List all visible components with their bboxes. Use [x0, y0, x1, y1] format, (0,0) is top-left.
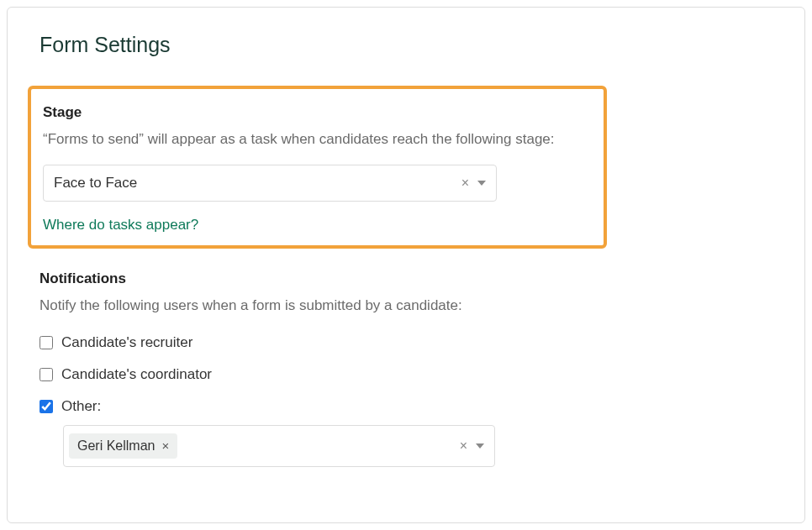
page-title: Form Settings [28, 33, 784, 57]
chevron-down-icon[interactable] [477, 181, 486, 186]
stage-description: “Forms to send” will appear as a task wh… [43, 129, 592, 150]
notifications-section: Notifications Notify the following users… [28, 270, 784, 467]
chevron-down-icon[interactable] [476, 443, 484, 449]
other-checkbox[interactable] [40, 400, 53, 413]
recruiter-label: Candidate's recruiter [61, 334, 192, 351]
stage-section-highlighted: Stage “Forms to send” will appear as a t… [28, 86, 607, 249]
stage-heading: Stage [43, 104, 592, 121]
notifications-heading: Notifications [40, 270, 784, 287]
coordinator-checkbox[interactable] [40, 368, 53, 381]
checkbox-row-recruiter[interactable]: Candidate's recruiter [40, 334, 784, 351]
other-label: Other: [61, 398, 101, 415]
checkbox-row-other[interactable]: Other: [40, 398, 784, 415]
notifications-description: Notify the following users when a form i… [40, 296, 784, 316]
stage-select[interactable]: Face to Face × [43, 165, 497, 202]
tasks-help-link[interactable]: Where do tasks appear? [43, 217, 198, 233]
other-users-select[interactable]: Geri Kellman × × [63, 425, 495, 467]
user-chip-name: Geri Kellman [77, 438, 155, 454]
clear-icon[interactable]: × [461, 176, 469, 190]
clear-icon[interactable]: × [460, 439, 467, 453]
chip-remove-icon[interactable]: × [161, 439, 169, 452]
form-settings-panel: Form Settings Stage “Forms to send” will… [7, 7, 805, 523]
recruiter-checkbox[interactable] [40, 336, 53, 349]
other-users-chips: Geri Kellman × [69, 433, 460, 459]
stage-select-value: Face to Face [54, 175, 461, 192]
coordinator-label: Candidate's coordinator [61, 366, 212, 383]
checkbox-row-coordinator[interactable]: Candidate's coordinator [40, 366, 784, 383]
user-chip: Geri Kellman × [69, 433, 177, 459]
